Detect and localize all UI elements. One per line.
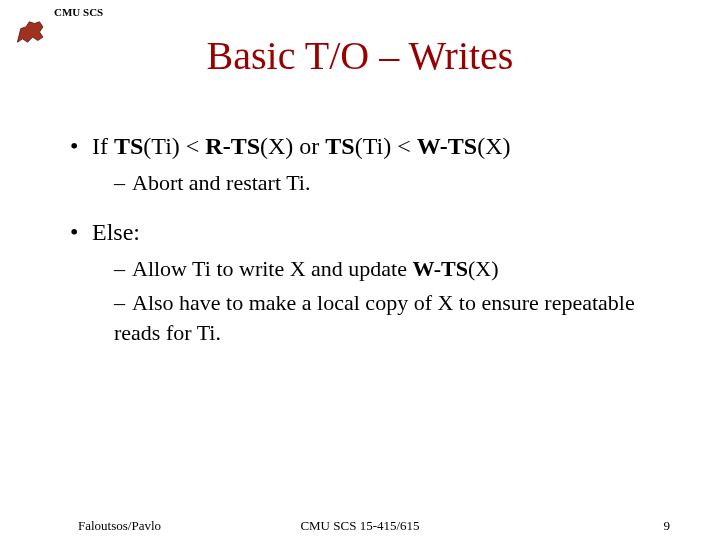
footer-course: CMU SCS 15-415/615 [0, 518, 720, 534]
text: (Ti) < [143, 133, 205, 159]
slide-title: Basic T/O – Writes [0, 32, 720, 79]
text-bold: R-TS [205, 133, 260, 159]
text: (X) or [260, 133, 325, 159]
slide: CMU SCS Basic T/O – Writes •If TS(Ti) < … [0, 0, 720, 540]
dash-marker: – [114, 254, 132, 284]
sub-bullet-allow-write: –Allow Ti to write X and update W-TS(X) [114, 254, 670, 284]
text: (Ti) < [355, 133, 417, 159]
sub-bullet-abort: –Abort and restart Ti. [114, 168, 670, 198]
dash-marker: – [114, 168, 132, 198]
bullet-condition: •If TS(Ti) < R-TS(X) or TS(Ti) < W-TS(X) [70, 130, 670, 162]
text: (X) [468, 256, 499, 281]
text-bold: W-TS [413, 256, 468, 281]
text: (X) [477, 133, 510, 159]
dash-marker: – [114, 288, 132, 318]
bullet-marker: • [70, 130, 92, 162]
sub-bullet-local-copy: –Also have to make a local copy of X to … [114, 288, 670, 347]
text: Allow Ti to write X and update [132, 256, 413, 281]
text: Else: [92, 219, 140, 245]
text: Also have to make a local copy of X to e… [114, 290, 635, 345]
text-bold: TS [114, 133, 143, 159]
header-org-label: CMU SCS [54, 6, 103, 18]
text-bold: W-TS [417, 133, 477, 159]
bullet-else: •Else: [70, 216, 670, 248]
text: If [92, 133, 114, 159]
slide-body: •If TS(Ti) < R-TS(X) or TS(Ti) < W-TS(X)… [70, 130, 670, 352]
footer-page-number: 9 [664, 518, 671, 534]
text: Abort and restart Ti. [132, 170, 310, 195]
bullet-marker: • [70, 216, 92, 248]
text-bold: TS [325, 133, 354, 159]
